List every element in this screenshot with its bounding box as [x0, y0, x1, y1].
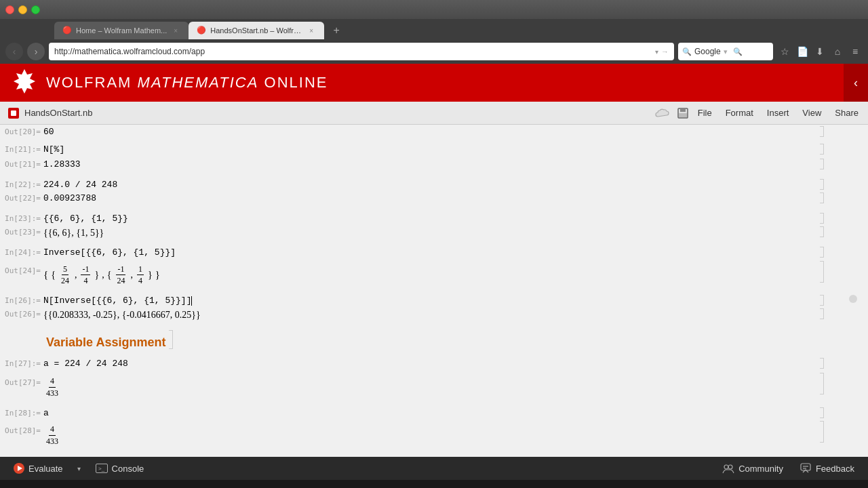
- community-icon: [722, 462, 734, 474]
- cell-in24-bracket[interactable]: [816, 247, 827, 258]
- save-icon[interactable]: [675, 105, 691, 121]
- cell-out22-content: 0.00923788: [43, 192, 816, 205]
- home-button[interactable]: ⌂: [830, 44, 845, 59]
- wolfram-logo: [11, 68, 38, 98]
- feedback-button[interactable]: Feedback: [794, 460, 860, 477]
- cell-in24-content[interactable]: Inverse[{{6, 6}, {1, 5}}]: [43, 247, 816, 259]
- app-title-italic: MATHEMATICA: [138, 74, 259, 91]
- search-box[interactable]: 🔍 Google ▾ 🔍: [678, 43, 773, 60]
- reader-button[interactable]: 📄: [795, 44, 810, 59]
- cell-out20: Out[20]= 60: [0, 125, 868, 141]
- cell-out24-content: { { 524 , -14 } , { -124 , 14 } }: [43, 261, 816, 287]
- cell-in26: In[26]:= N[Inverse[{{6, 6}, {1, 5}}]]: [0, 289, 868, 307]
- heading-bracket[interactable]: [165, 330, 176, 349]
- cell-out23-bracket[interactable]: [816, 226, 827, 237]
- app-title: WOLFRAM MATHEMATICA ONLINE: [46, 74, 328, 92]
- browser-frame: 🔴 Home – Wolfram Mathem... × 🔴 HandsOnSt…: [0, 0, 868, 64]
- text-cursor: [191, 296, 192, 306]
- collapse-button[interactable]: ‹: [844, 64, 868, 102]
- cell-in26-bracket[interactable]: [816, 295, 827, 306]
- cell-out24-bracket[interactable]: [816, 261, 827, 283]
- cell-out20-bracket[interactable]: [816, 126, 827, 137]
- close-traffic-light[interactable]: [5, 5, 14, 14]
- evaluate-button[interactable]: Evaluate: [8, 460, 68, 476]
- cell-in28: In[28]:= a: [0, 402, 868, 420]
- svg-marker-0: [14, 69, 35, 94]
- address-bar[interactable]: http://mathematica.wolframcloud.com/app …: [49, 43, 674, 60]
- cell-out22-bracket[interactable]: [816, 192, 827, 203]
- forward-button[interactable]: ›: [27, 43, 45, 60]
- cell-out21-bracket[interactable]: [816, 159, 827, 169]
- cell-out27: Out[27]= 4 433: [0, 371, 868, 402]
- tab1-title: Home – Wolfram Mathem...: [76, 26, 167, 35]
- back-button[interactable]: ‹: [5, 43, 23, 60]
- cell-in27: In[27]:= a = 224 / 24 248: [0, 355, 868, 371]
- cloud-icon[interactable]: [654, 105, 671, 121]
- search-dropdown[interactable]: ▾: [724, 47, 728, 56]
- menu-insert[interactable]: Insert: [766, 105, 791, 121]
- cell-out28-bracket[interactable]: [816, 421, 827, 443]
- cell-in22-bracket[interactable]: [816, 179, 827, 190]
- menu-format[interactable]: Format: [724, 105, 755, 121]
- address-dropdown[interactable]: ▾: [655, 48, 658, 56]
- cell-in24: In[24]:= Inverse[{{6, 6}, {1, 5}}]: [0, 241, 868, 259]
- cell-in24-label: In[24]:=: [0, 247, 41, 257]
- search-go[interactable]: 🔍: [733, 47, 743, 56]
- browser-tab-2[interactable]: 🔴 HandsOnStart.nb – Wolfra... ×: [189, 22, 324, 39]
- cell-in27-bracket[interactable]: [816, 358, 827, 369]
- maximize-traffic-light[interactable]: [31, 5, 40, 14]
- cell-in28-label: In[28]:=: [0, 407, 41, 418]
- cell-out26-bracket[interactable]: [816, 308, 827, 319]
- cell-in22-content[interactable]: 224.0 / 24 248: [43, 179, 816, 191]
- community-button[interactable]: Community: [717, 460, 789, 477]
- cell-out27-content: 4 433: [43, 373, 816, 399]
- cell-heading-va: Variable Assignment: [0, 323, 868, 355]
- cell-out28-content: 4 433: [43, 421, 816, 447]
- notebook-toolbar: HandsOnStart.nb File Format Insert View …: [0, 102, 868, 125]
- bookmark-button[interactable]: ☆: [777, 44, 792, 59]
- community-label: Community: [738, 464, 783, 474]
- traffic-lights: [5, 5, 40, 14]
- cell-out27-bracket[interactable]: [816, 373, 827, 394]
- bottom-right-actions: Community Feedback: [717, 460, 860, 477]
- search-engine-icon: 🔍: [682, 47, 692, 56]
- app-title-prefix: WOLFRAM: [46, 74, 132, 91]
- cell-out24: Out[24]= { { 524 , -14 } , { -124 , 14 }…: [0, 260, 868, 290]
- browser-tab-1[interactable]: 🔴 Home – Wolfram Mathem... ×: [54, 22, 189, 39]
- console-label: Console: [112, 464, 144, 474]
- minimize-traffic-light[interactable]: [18, 5, 27, 14]
- menu-share[interactable]: Share: [833, 105, 860, 121]
- address-go[interactable]: →: [661, 47, 669, 56]
- cell-in26-content[interactable]: N[Inverse[{{6, 6}, {1, 5}}]]: [43, 295, 816, 307]
- address-bar-row: ‹ › http://mathematica.wolframcloud.com/…: [0, 39, 868, 64]
- cell-in23-bracket[interactable]: [816, 213, 827, 224]
- notebook-content[interactable]: Out[20]= 60 In[21]:= N[%] Out[21]= 1.283…: [0, 125, 868, 457]
- cell-in23-content[interactable]: {{6, 6}, {1, 5}}: [43, 213, 816, 225]
- tabs-bar: 🔴 Home – Wolfram Mathem... × 🔴 HandsOnSt…: [0, 19, 868, 39]
- menu-view[interactable]: View: [801, 105, 823, 121]
- cell-in21-content[interactable]: N[%]: [43, 144, 816, 156]
- menu-file[interactable]: File: [696, 105, 713, 121]
- app-container: WOLFRAM MATHEMATICA ONLINE ‹ HandsOnStar…: [0, 64, 868, 457]
- cell-in28-content[interactable]: a: [43, 407, 816, 420]
- svg-point-4: [724, 465, 728, 469]
- menu-button[interactable]: ≡: [848, 44, 863, 59]
- app-header: WOLFRAM MATHEMATICA ONLINE ‹: [0, 64, 868, 102]
- notebook-file-icon: [8, 108, 19, 119]
- cell-out26: Out[26]= {{0.208333, -0.25}, {-0.0416667…: [0, 307, 868, 323]
- cell-in28-bracket[interactable]: [816, 407, 827, 418]
- cell-out23-label: Out[23]=: [0, 226, 41, 237]
- console-button[interactable]: >_ Console: [90, 461, 150, 476]
- cell-in21-bracket[interactable]: [816, 144, 827, 155]
- new-tab-button[interactable]: +: [327, 22, 346, 39]
- evaluate-play-icon: [14, 463, 24, 474]
- tab2-close[interactable]: ×: [307, 26, 316, 35]
- download-button[interactable]: ⬇: [812, 44, 827, 59]
- cell-in27-content[interactable]: a = 224 / 24 248: [43, 358, 816, 370]
- browser-actions: ☆ 📄 ⬇ ⌂ ≡: [777, 44, 863, 59]
- cell-out21: Out[21]= 1.28333: [0, 157, 868, 174]
- tab1-close[interactable]: ×: [171, 26, 180, 35]
- bottom-bar: Evaluate ▾ >_ Console Community: [0, 457, 868, 480]
- cell-out23: Out[23]= {{6, 6}, {1, 5}}: [0, 225, 868, 241]
- evaluate-dropdown[interactable]: ▾: [74, 463, 85, 474]
